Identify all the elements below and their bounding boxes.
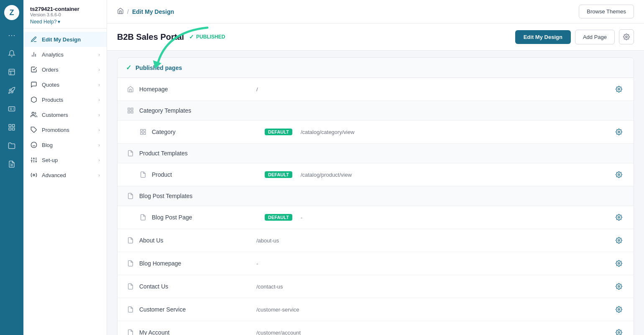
- product-templates-icon: [126, 149, 135, 158]
- svg-point-28: [618, 88, 620, 90]
- sidebar-label-blog: Blog: [42, 142, 53, 148]
- sidebar-item-quotes[interactable]: Quotes ›: [23, 77, 107, 92]
- sidebar-item-setup[interactable]: Set-up ›: [23, 152, 107, 168]
- table-row: Contact Us /contact-us: [118, 275, 634, 298]
- main-content: / Edit My Design Browse Themes B2B Sales…: [107, 0, 644, 335]
- blog-post-settings-button[interactable]: [613, 211, 625, 224]
- homepage-path: /: [256, 86, 613, 93]
- svg-rect-31: [128, 111, 130, 113]
- breadcrumb-home-icon[interactable]: [117, 8, 124, 16]
- browse-themes-button[interactable]: Browse Themes: [579, 5, 634, 18]
- svg-rect-32: [131, 111, 133, 113]
- icon-bar-chart[interactable]: [3, 64, 20, 80]
- sidebar-item-edit-my-design[interactable]: Edit My Design: [23, 32, 107, 47]
- add-page-button[interactable]: Add Page: [575, 30, 615, 44]
- customer-service-settings-button[interactable]: [613, 303, 625, 316]
- about-us-name: About Us: [139, 237, 248, 244]
- setup-icon: [30, 156, 38, 164]
- sidebar-item-products[interactable]: Products ›: [23, 92, 107, 107]
- sidebar-label-customers: Customers: [42, 112, 68, 118]
- my-account-path: /customer/account: [256, 330, 613, 335]
- contact-us-icon: [126, 282, 135, 291]
- svg-rect-2: [9, 124, 11, 126]
- customer-service-name: Customer Service: [139, 306, 248, 313]
- contact-us-name: Contact Us: [139, 283, 248, 290]
- sidebar-label-promotions: Promotions: [42, 127, 69, 133]
- sidebar-help[interactable]: Need Help? ▾: [30, 19, 100, 25]
- sidebar-item-promotions[interactable]: Promotions ›: [23, 122, 107, 137]
- published-pages-check-icon: ✓: [126, 64, 131, 72]
- promotions-icon: [30, 126, 38, 134]
- quotes-chevron: ›: [98, 82, 100, 87]
- icon-bar-folder[interactable]: [3, 137, 20, 154]
- category-settings-button[interactable]: [613, 126, 625, 138]
- icon-bar-menu[interactable]: ⋯: [3, 27, 20, 44]
- top-bar: / Edit My Design Browse Themes: [107, 0, 644, 23]
- svg-rect-3: [13, 124, 15, 126]
- published-badge: ✓ PUBLISHED: [189, 34, 225, 40]
- table-row: Product DEFAULT /catalog/product/view: [118, 163, 634, 186]
- table-row: Blog Post Page DEFAULT -: [118, 206, 634, 229]
- breadcrumb: / Edit My Design: [117, 8, 174, 16]
- sidebar: ts279421-container Version 3.6.6-0 Need …: [23, 0, 107, 335]
- sidebar-instance: ts279421-container: [30, 6, 100, 12]
- icon-bar: Z ⋯: [0, 0, 23, 335]
- icon-bar-report[interactable]: [3, 156, 20, 173]
- svg-rect-4: [9, 128, 11, 130]
- sidebar-label-quotes: Quotes: [42, 82, 59, 88]
- blog-post-templates-name: Blog Post Templates: [139, 193, 248, 199]
- quotes-icon: [30, 81, 38, 88]
- category-default-badge: DEFAULT: [265, 129, 292, 135]
- blog-post-path: -: [301, 214, 613, 221]
- blog-post-default-badge: DEFAULT: [265, 214, 292, 221]
- category-templates-icon: [126, 106, 135, 115]
- blog-homepage-settings-button[interactable]: [613, 257, 625, 270]
- my-account-settings-button[interactable]: [613, 326, 625, 335]
- svg-point-27: [626, 36, 627, 38]
- sidebar-item-orders[interactable]: Orders ›: [23, 62, 107, 77]
- setup-chevron: ›: [98, 157, 100, 162]
- content-area: ✓ Published pages Homepage /: [107, 51, 644, 335]
- advanced-chevron: ›: [98, 173, 100, 178]
- svg-rect-29: [128, 108, 130, 110]
- my-account-name: My Account: [139, 329, 248, 335]
- svg-point-44: [618, 332, 620, 333]
- blog-homepage-icon: [126, 259, 135, 268]
- product-settings-button[interactable]: [613, 168, 625, 181]
- contact-us-settings-button[interactable]: [613, 280, 625, 293]
- sidebar-label-setup: Set-up: [42, 157, 58, 163]
- blog-homepage-path: -: [256, 260, 613, 267]
- product-name: Product: [152, 171, 261, 178]
- about-us-path: /about-us: [256, 237, 613, 244]
- icon-bar-rocket[interactable]: [3, 82, 20, 99]
- icon-bar-id[interactable]: [3, 100, 20, 117]
- products-icon: [30, 96, 38, 103]
- contact-us-path: /contact-us: [256, 283, 613, 290]
- sidebar-item-advanced[interactable]: Advanced ›: [23, 168, 107, 183]
- svg-rect-30: [131, 108, 133, 110]
- svg-rect-33: [141, 129, 143, 131]
- customer-service-icon: [126, 305, 135, 314]
- page-settings-button[interactable]: [619, 29, 634, 44]
- edit-my-design-icon: [30, 36, 38, 43]
- main-wrapper: / Edit My Design Browse Themes B2B Sales…: [107, 0, 644, 335]
- icon-bar-apps[interactable]: [3, 119, 20, 136]
- sidebar-item-customers[interactable]: Customers ›: [23, 107, 107, 122]
- icon-bar-bell[interactable]: [3, 45, 20, 62]
- svg-point-41: [618, 263, 620, 264]
- svg-rect-5: [13, 128, 15, 130]
- table-row: Customer Service /customer-service: [118, 298, 634, 321]
- sidebar-item-analytics[interactable]: Analytics ›: [23, 47, 107, 62]
- products-chevron: ›: [98, 97, 100, 102]
- about-us-icon: [126, 236, 135, 245]
- svg-rect-36: [143, 132, 146, 134]
- about-us-settings-button[interactable]: [613, 234, 625, 247]
- category-templates-name: Category Templates: [139, 107, 248, 114]
- table-row: Category DEFAULT /catalog/category/view: [118, 121, 634, 144]
- homepage-settings-button[interactable]: [613, 83, 625, 95]
- sidebar-item-blog[interactable]: Blog ›: [23, 137, 107, 152]
- app-logo[interactable]: Z: [4, 5, 19, 20]
- edit-my-design-button[interactable]: Edit My Design: [515, 30, 571, 44]
- sidebar-version: Version 3.6.6-0: [30, 12, 100, 17]
- svg-rect-1: [9, 107, 15, 111]
